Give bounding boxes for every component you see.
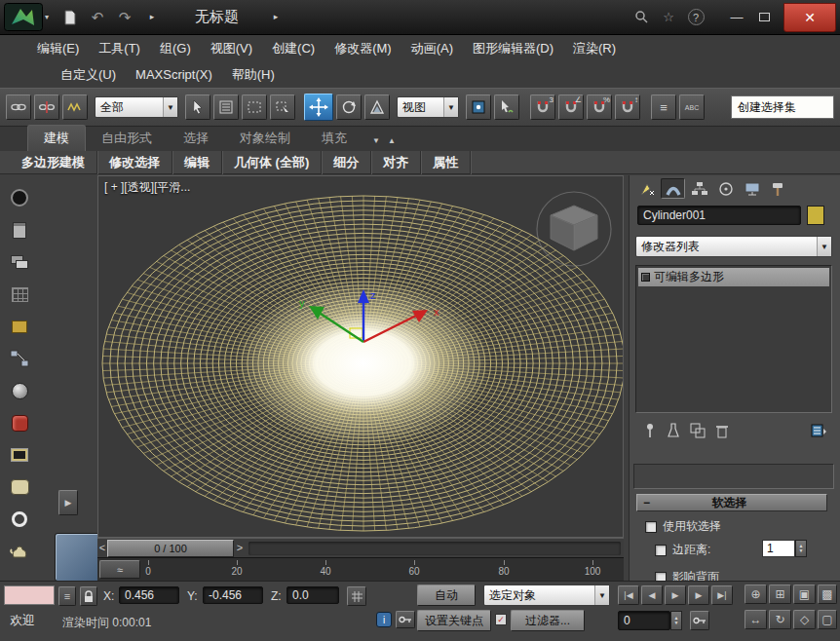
object-color-swatch[interactable] xyxy=(807,206,824,225)
reference-coordinate-dropdown[interactable]: 视图▼ xyxy=(397,96,459,118)
stack-item-editable-poly[interactable]: 可编辑多边形 xyxy=(638,268,829,286)
keyboard-shortcut-override-button[interactable]: ABC xyxy=(679,94,705,120)
quick-render-button[interactable] xyxy=(5,537,34,566)
x-coord-field[interactable]: 0.456 xyxy=(119,586,179,604)
render-iterative-button[interactable] xyxy=(5,505,34,534)
rendered-frame-window-button[interactable] xyxy=(5,440,34,470)
spinner-snap-toggle-button[interactable]: ↕ xyxy=(615,94,640,120)
named-selection-set-field[interactable]: 创建选择集 xyxy=(731,95,834,119)
ribbon-tab-selection[interactable]: 选择 xyxy=(168,126,224,151)
new-scene-icon[interactable] xyxy=(57,6,84,29)
y-coord-field[interactable]: -0.456 xyxy=(203,586,263,604)
menu-customize[interactable]: 自定义(U) xyxy=(51,62,126,88)
help-button[interactable]: ? xyxy=(682,6,709,29)
edge-distance-field[interactable]: 1 xyxy=(762,540,795,557)
bind-to-space-warp-button[interactable] xyxy=(62,94,88,120)
menu-edit[interactable]: 编辑(E) xyxy=(27,36,89,61)
menu-group[interactable]: 组(G) xyxy=(150,36,201,61)
grid-panel-button[interactable] xyxy=(5,280,34,309)
menu-help[interactable]: 帮助(H) xyxy=(222,62,285,88)
menu-animation[interactable]: 动画(A) xyxy=(401,36,463,61)
key-filter-toggle[interactable]: ✓ xyxy=(495,614,507,625)
zoom-all-button[interactable]: ⊞ xyxy=(769,584,791,604)
menu-maxscript[interactable]: MAXScript(X) xyxy=(126,63,222,86)
pin-stack-button[interactable] xyxy=(643,423,657,442)
edge-distance-checkbox[interactable] xyxy=(655,545,667,556)
snaps-toggle-button[interactable]: 3 xyxy=(530,94,555,120)
panel-modify-selection[interactable]: 修改选择 xyxy=(97,151,172,174)
panel-edit[interactable]: 编辑 xyxy=(172,151,222,174)
modifier-stack[interactable]: 可编辑多边形 xyxy=(635,265,832,413)
tab-motion[interactable] xyxy=(713,178,738,199)
show-end-result-button[interactable] xyxy=(667,423,680,442)
go-to-start-button[interactable]: |◀ xyxy=(618,585,639,605)
render-production-button[interactable] xyxy=(5,472,34,502)
select-and-rotate-button[interactable] xyxy=(336,94,362,120)
object-name-field[interactable]: Cylinder001 xyxy=(637,206,801,225)
layers-button[interactable] xyxy=(5,247,34,277)
use-pivot-center-button[interactable] xyxy=(466,94,491,120)
tab-create[interactable] xyxy=(634,178,659,199)
field-of-view-button[interactable]: ◇ xyxy=(793,610,816,629)
menu-modifiers[interactable]: 修改器(M) xyxy=(325,36,401,61)
menu-create[interactable]: 创建(C) xyxy=(262,36,325,61)
frame-spinner[interactable]: ▲▼ xyxy=(670,611,682,630)
unlink-selection-button[interactable] xyxy=(34,94,59,120)
ribbon-tab-modeling[interactable]: 建模 xyxy=(27,125,86,151)
listener-toggle-button[interactable]: ≡ xyxy=(58,586,76,606)
menu-graph-editors[interactable]: 图形编辑器(D) xyxy=(463,36,563,61)
key-filters-button[interactable]: 过滤器... xyxy=(511,610,585,631)
selection-lock-button[interactable] xyxy=(80,586,97,606)
next-frame-button[interactable]: ▶ xyxy=(688,585,709,605)
grid-settings-button[interactable] xyxy=(347,586,366,606)
go-to-end-button[interactable]: ▶| xyxy=(711,585,733,605)
edit-named-selection-sets-button[interactable]: ≡ xyxy=(651,94,676,120)
select-object-button[interactable] xyxy=(185,94,210,120)
zoom-extents-all-button[interactable]: ▩ xyxy=(818,584,837,604)
selection-filter-dropdown[interactable]: 全部▼ xyxy=(95,96,178,118)
container-button[interactable] xyxy=(5,312,34,341)
select-and-move-button[interactable] xyxy=(304,94,333,121)
set-keys-button[interactable]: 设置关键点 xyxy=(417,610,491,631)
select-and-scale-button[interactable] xyxy=(364,94,390,120)
auto-key-button[interactable]: 自动 xyxy=(417,584,476,606)
undo-icon[interactable]: ↶ xyxy=(84,6,111,29)
title-flyout-icon[interactable]: ▸ xyxy=(262,6,289,29)
material-editor-button[interactable] xyxy=(5,376,34,405)
affect-backfacing-checkbox[interactable] xyxy=(655,572,667,582)
ribbon-tab-populate[interactable]: 填充 xyxy=(306,126,363,151)
window-crossing-toggle-button[interactable] xyxy=(270,94,295,120)
layer-manager-button[interactable] xyxy=(5,215,34,245)
select-and-manipulate-button[interactable] xyxy=(494,94,519,120)
modifier-list-dropdown[interactable]: 修改器列表▼ xyxy=(635,236,832,257)
panel-polygon-modeling[interactable]: 多边形建模 xyxy=(10,151,97,174)
percent-snap-toggle-button[interactable]: % xyxy=(587,94,612,120)
tab-display[interactable] xyxy=(740,178,764,199)
select-by-name-button[interactable] xyxy=(213,94,239,120)
render-setup-button[interactable] xyxy=(5,408,34,437)
viewport-label[interactable]: [ + ][透视][平滑... xyxy=(104,179,190,196)
pan-button[interactable]: ↔ xyxy=(745,610,767,629)
schematic-view-button[interactable] xyxy=(5,344,34,373)
track-bar[interactable]: ≈ 0 20 40 60 80 100 xyxy=(97,557,624,581)
frame-back-button[interactable]: < xyxy=(97,543,107,553)
zoom-extents-button[interactable]: ▣ xyxy=(793,584,816,604)
minimize-button[interactable]: — xyxy=(723,6,750,29)
time-config-button[interactable]: i xyxy=(376,612,392,627)
panel-properties[interactable]: 属性 xyxy=(421,151,471,174)
zoom-button[interactable]: ⊕ xyxy=(745,584,767,604)
panel-subdivision[interactable]: 细分 xyxy=(322,151,371,174)
shelf-flyout-button[interactable]: ▶ xyxy=(58,490,78,515)
search-icon[interactable] xyxy=(628,6,655,29)
configure-modifier-sets-button[interactable] xyxy=(811,423,826,442)
maxscript-mini-listener[interactable] xyxy=(4,585,55,605)
ribbon-config-chevron-icon[interactable]: ▼ xyxy=(372,137,380,145)
redo-icon[interactable]: ↷ xyxy=(111,6,138,29)
previous-frame-button[interactable]: ◀ xyxy=(641,585,663,605)
panel-geometry-all[interactable]: 几何体 (全部) xyxy=(222,151,322,174)
tab-modify[interactable] xyxy=(661,178,685,199)
key-mode-toggle-button[interactable] xyxy=(690,611,709,630)
menu-views[interactable]: 视图(V) xyxy=(201,36,262,61)
selection-set-dropdown[interactable]: 选定对象▼ xyxy=(483,584,610,606)
maximize-viewport-button[interactable]: ▢ xyxy=(818,610,837,629)
